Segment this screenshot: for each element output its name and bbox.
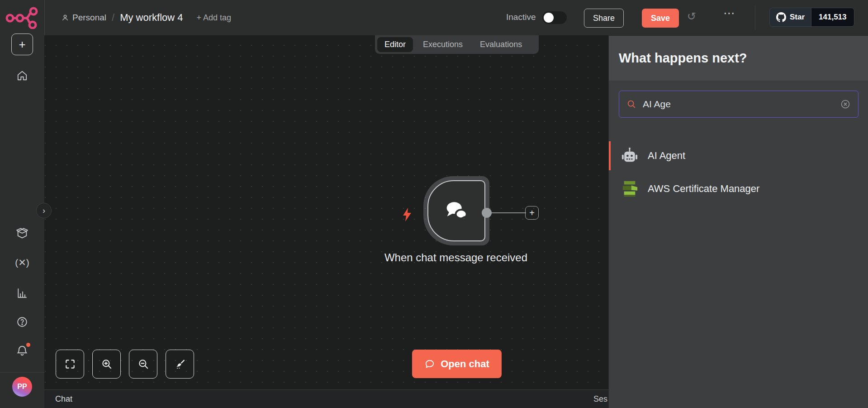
left-sidebar: + › (✕) PP (0, 0, 44, 408)
search-icon (626, 99, 636, 109)
topbar-divider (755, 5, 755, 30)
top-bar: Personal / My workflow 4 + Add tag Inact… (44, 0, 868, 35)
tab-editor[interactable]: Editor (377, 37, 413, 52)
chat-trigger-node[interactable] (423, 176, 489, 245)
variables-icon[interactable]: (✕) (0, 257, 44, 268)
fit-view-button[interactable] (56, 350, 84, 379)
home-icon[interactable] (0, 70, 44, 82)
breadcrumb-project[interactable]: Personal (61, 13, 106, 23)
sidebar-collapse-button[interactable]: › (36, 203, 52, 218)
insights-icon[interactable] (0, 287, 44, 299)
result-label: AI Agent (648, 150, 685, 162)
result-label: AWS Certificate Manager (648, 183, 759, 195)
create-workflow-button[interactable]: + (11, 34, 33, 55)
view-tabs: Editor Executions Evaluations (375, 35, 539, 54)
tidy-up-button[interactable] (166, 350, 194, 379)
breadcrumb-separator: / (112, 12, 114, 24)
node-picker-panel: What happens next? (608, 35, 868, 408)
workflow-canvas[interactable]: + When chat message received Open chat (44, 35, 608, 389)
save-button[interactable]: Save (642, 9, 679, 28)
session-label: Ses (593, 394, 607, 404)
chevron-right-icon: › (43, 206, 45, 216)
plus-icon: + (529, 208, 535, 218)
node-label: When chat message received (379, 251, 533, 264)
person-icon (61, 14, 69, 22)
result-row-aws-certificate-manager[interactable]: AWS Certificate Manager (609, 174, 868, 203)
sidebar-divider (0, 372, 44, 373)
n8n-logo-icon[interactable] (5, 5, 40, 29)
active-toggle[interactable] (542, 11, 567, 24)
notification-dot (26, 343, 30, 347)
workflow-name[interactable]: My workflow 4 (120, 12, 183, 24)
notifications-bell-icon[interactable] (0, 344, 44, 357)
tab-evaluations[interactable]: Evaluations (473, 37, 529, 52)
history-icon[interactable]: ↺ (687, 10, 696, 23)
toggle-knob (544, 13, 554, 23)
user-avatar[interactable]: PP (12, 377, 32, 397)
node-search-box[interactable] (619, 91, 859, 118)
share-button[interactable]: Share (584, 9, 624, 28)
active-row-indicator (609, 141, 611, 170)
zoom-out-button[interactable] (129, 350, 157, 379)
open-chat-button[interactable]: Open chat (412, 350, 502, 378)
github-star-label: Star (790, 13, 805, 22)
panel-title: What happens next? (619, 51, 747, 66)
chat-panel-label: Chat (55, 394, 72, 404)
templates-icon[interactable] (0, 227, 44, 240)
result-row-ai-agent[interactable]: AI Agent (609, 141, 868, 170)
search-input[interactable] (643, 99, 834, 110)
n8n-workflow-editor: + › (✕) PP (0, 0, 868, 408)
avatar-initials: PP (17, 383, 27, 391)
chat-log-bar[interactable]: Chat Ses (44, 389, 608, 408)
help-icon[interactable] (0, 316, 44, 328)
aws-certificate-manager-icon (620, 180, 639, 198)
open-chat-label: Open chat (441, 358, 489, 370)
connector-line (492, 212, 526, 213)
canvas-controls (56, 350, 194, 379)
node-output-handle[interactable] (482, 208, 492, 218)
zoom-in-button[interactable] (92, 350, 121, 379)
add-node-button[interactable]: + (525, 206, 539, 220)
github-icon (776, 12, 786, 22)
plus-icon: + (19, 38, 25, 52)
robot-icon (620, 146, 639, 165)
trigger-bolt-icon (402, 207, 412, 222)
add-tag-button[interactable]: + Add tag (196, 13, 231, 23)
workflow-status-label: Inactive (506, 12, 536, 22)
breadcrumb: Personal / My workflow 4 + Add tag (61, 0, 231, 35)
chat-trigger-node-body[interactable] (427, 180, 485, 241)
github-star-count[interactable]: 141,513 (811, 8, 854, 26)
more-options-icon[interactable]: ⋯ (723, 6, 736, 20)
clear-search-icon[interactable] (840, 99, 851, 110)
chat-bubbles-icon (442, 197, 470, 225)
chat-bubble-icon (424, 359, 435, 370)
github-star-button[interactable]: Star (770, 8, 811, 26)
tab-executions[interactable]: Executions (416, 37, 470, 52)
github-star-widget[interactable]: Star 141,513 (769, 8, 854, 27)
panel-header: What happens next? (609, 35, 868, 81)
